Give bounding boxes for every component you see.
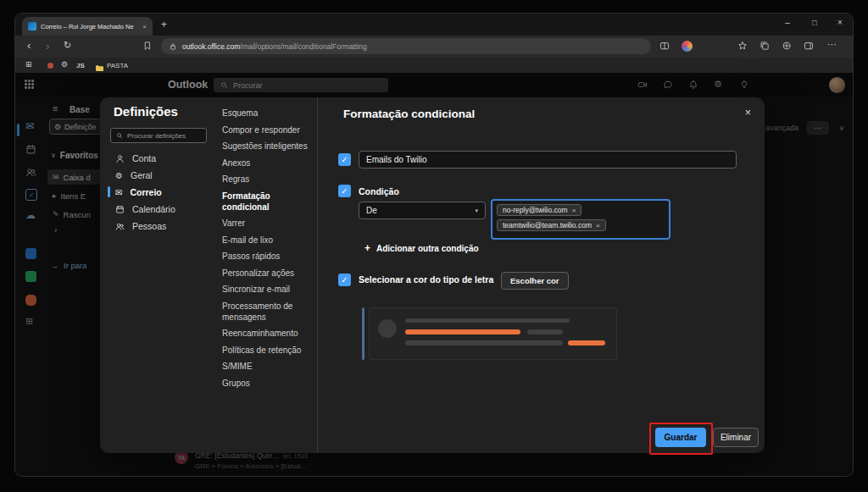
settings-search-placeholder: Procurar definições: [127, 132, 186, 140]
check-glyph: ✓: [341, 276, 348, 285]
screenshot-stage: Correio – Rui Jorge Machado Ne × + – □ ×…: [0, 0, 868, 492]
tab-close-icon[interactable]: ×: [142, 23, 147, 30]
category-account[interactable]: Conta: [100, 150, 234, 167]
site-security-icon: [169, 42, 177, 51]
tab-favicon-outlook: [28, 22, 36, 30]
bookmark-favicon-dot[interactable]: [47, 63, 53, 69]
preview-line-orange: [568, 340, 605, 346]
section-item[interactable]: Processamento de mensagens: [222, 301, 317, 323]
category-label: Calendário: [132, 204, 175, 214]
preview-accent-bar: [362, 307, 364, 360]
section-item[interactable]: S/MIME: [222, 361, 317, 372]
forward-icon[interactable]: ›: [46, 40, 49, 53]
section-item[interactable]: E-mail de lixo: [222, 235, 317, 246]
section-item-selected[interactable]: Formatação condicional: [222, 191, 317, 213]
browser-tab-strip: Correio – Rui Jorge Machado Ne × + – □ ×: [15, 14, 853, 36]
window-maximize-button[interactable]: □: [802, 19, 827, 27]
window-close-button[interactable]: ×: [827, 19, 853, 27]
favorites-star-icon[interactable]: [737, 41, 748, 51]
collections-icon[interactable]: [760, 41, 770, 51]
recipient-chip[interactable]: teamtwilio@team.twilio.com ×: [497, 219, 606, 231]
section-item[interactable]: Passos rápidos: [222, 251, 317, 262]
section-item[interactable]: Sincronizar e-mail: [222, 284, 317, 295]
category-calendar[interactable]: Calendário: [100, 201, 234, 218]
bookmark-js[interactable]: JS: [76, 62, 85, 69]
plus-icon: +: [364, 243, 370, 253]
bookmark-gear-icon[interactable]: ⚙: [61, 61, 68, 69]
preview-line: [405, 318, 570, 323]
section-item[interactable]: Políticas de retenção: [222, 345, 317, 356]
browser-tab[interactable]: Correio – Rui Jorge Machado Ne ×: [22, 17, 153, 36]
browser-toolbar: ‹ › ↻ outlook.office.com/mail/options/ma…: [15, 36, 853, 58]
preview-line-orange: [405, 329, 520, 334]
category-label: Correio: [130, 187, 161, 197]
category-label: Conta: [132, 153, 156, 163]
window-minimize-button[interactable]: –: [775, 19, 800, 27]
section-item[interactable]: Compor e responder: [222, 124, 317, 135]
browser-profile-avatar[interactable]: [682, 41, 693, 52]
delete-button[interactable]: Eliminar: [713, 428, 759, 447]
new-tab-button[interactable]: +: [161, 19, 167, 30]
preview-line: [527, 329, 563, 334]
section-item[interactable]: Reencaminhamento: [222, 328, 317, 339]
section-item[interactable]: Regras: [222, 174, 317, 185]
dropdown-value: De: [366, 206, 475, 215]
url-path: /mail/options/mail/conditionalFormatting: [240, 42, 366, 51]
chip-remove-icon[interactable]: ×: [596, 222, 600, 229]
font-color-checkbox[interactable]: ✓: [338, 274, 351, 286]
settings-section-list: Esquema Compor e responder Sugestões int…: [222, 108, 317, 394]
section-item[interactable]: Esquema: [222, 108, 317, 119]
apps-grid-icon[interactable]: ⊞: [25, 61, 32, 69]
chip-remove-icon[interactable]: ×: [572, 207, 576, 214]
sidebar-panel-icon[interactable]: [804, 41, 814, 51]
condition-field-dropdown[interactable]: De ▾: [359, 202, 486, 219]
calendar-icon: [115, 205, 125, 214]
bookmark-icon[interactable]: [142, 41, 153, 51]
condition-values-field[interactable]: no-reply@twilio.com × teamtwilio@team.tw…: [491, 199, 670, 240]
close-icon[interactable]: ×: [744, 106, 751, 119]
rule-enabled-checkbox[interactable]: ✓: [338, 153, 351, 166]
recipient-chip[interactable]: no-reply@twilio.com ×: [497, 204, 581, 216]
formatting-preview: [369, 307, 617, 360]
settings-search-box[interactable]: Procurar definições: [110, 128, 207, 143]
people-icon: [115, 222, 125, 231]
add-condition-button[interactable]: + Adicionar outra condição: [364, 243, 479, 253]
font-color-label: Selecionar a cor do tipo de letra: [359, 274, 493, 285]
chip-label: teamtwilio@team.twilio.com: [503, 221, 592, 229]
section-item[interactable]: Varrer: [222, 218, 317, 229]
settings-dialog: Definições Procurar definições Conta ⚙ G…: [100, 97, 765, 453]
category-label: Geral: [131, 170, 153, 180]
dropdown-arrow-icon: ▾: [475, 207, 478, 214]
category-label: Pessoas: [132, 221, 166, 231]
person-icon: [115, 154, 125, 163]
check-glyph: ✓: [341, 187, 348, 196]
section-item[interactable]: Personalizar ações: [222, 268, 317, 279]
address-bar[interactable]: outlook.office.com/mail/options/mail/con…: [161, 38, 651, 54]
chip-label: no-reply@twilio.com: [503, 206, 568, 214]
browser-menu-icon[interactable]: ⋯: [827, 40, 837, 49]
category-general[interactable]: ⚙ Geral: [100, 167, 234, 184]
category-people[interactable]: Pessoas: [100, 218, 234, 235]
refresh-icon[interactable]: ↻: [64, 41, 71, 50]
back-icon[interactable]: ‹: [27, 40, 31, 51]
choose-color-button[interactable]: Escolher cor: [501, 272, 569, 290]
section-item[interactable]: Sugestões inteligentes: [222, 141, 317, 152]
check-glyph: ✓: [341, 156, 348, 164]
search-icon: [116, 132, 123, 139]
section-item[interactable]: Anexos: [222, 158, 317, 169]
settings-title: Definições: [114, 104, 178, 119]
split-screen-icon[interactable]: [659, 41, 670, 51]
section-item[interactable]: Grupos: [222, 378, 317, 389]
condition-checkbox[interactable]: ✓: [338, 185, 351, 197]
url-domain: outlook.office.com: [182, 42, 240, 51]
bookmark-folder-label[interactable]: PASTA: [107, 62, 128, 69]
mail-icon: ✉: [115, 188, 122, 197]
category-mail[interactable]: ✉ Correio: [100, 184, 234, 201]
condition-label: Condição: [359, 186, 399, 196]
rule-name-input[interactable]: [359, 151, 737, 169]
conditional-formatting-panel: Formatação condicional × ✓ ✓ Condição De…: [317, 97, 765, 453]
preview-line: [405, 340, 563, 346]
gear-icon: ⚙: [115, 171, 123, 180]
preview-avatar: [378, 319, 397, 338]
copilot-icon[interactable]: [782, 41, 792, 51]
